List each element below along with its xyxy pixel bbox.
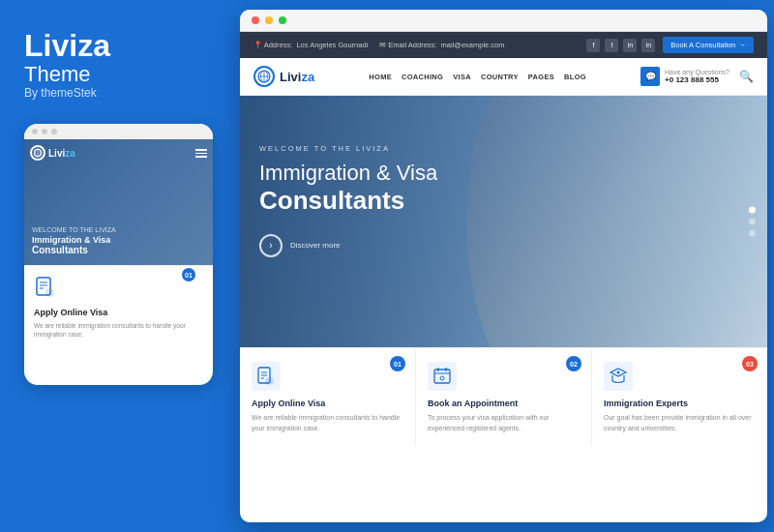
service-card-desc-3: Our goal has been provide immigration in… [604, 413, 756, 433]
book-consultation-arrow: → [739, 41, 747, 49]
search-icon[interactable]: 🔍 [739, 70, 754, 83]
browser-dot-red[interactable] [252, 16, 259, 24]
mobile-hero-title: Immigration & Visa [32, 235, 116, 246]
phone-icon: 💬 [640, 67, 660, 86]
mobile-card-icon [34, 276, 203, 303]
hero-radio-dot-2[interactable] [749, 219, 756, 225]
book-consultation-button[interactable]: Book A Consultation → [663, 37, 754, 53]
desktop-mockup: 📍 Address: Los Angeles Gournadi ✉ Email … [240, 10, 767, 522]
nav-contact-phone: +0 123 888 555 [665, 75, 729, 84]
mobile-service-card: 01 Apply Online Visa We are reliable imm… [24, 265, 213, 348]
hero-radio-dot-3[interactable] [749, 230, 756, 237]
mobile-card-inner: 01 Apply Online Visa We are reliable imm… [34, 276, 203, 339]
topbar-email: ✉ Email Address: mail@example.com [379, 41, 504, 49]
service-card-title-2: Book an Appointment [428, 399, 580, 408]
facebook-icon[interactable]: f [586, 39, 600, 52]
topbar-right: f t in in Book A Consultation → [586, 37, 754, 53]
linkedin-icon[interactable]: in [623, 39, 637, 52]
mobile-mockup: Liviza WELCOME TO THE LIVIZA Immigration… [24, 124, 213, 385]
nav-contact: 💬 Have any Questions? +0 123 888 555 [640, 67, 729, 86]
mobile-card-title: Apply Online Visa [34, 308, 203, 317]
mobile-hero: Liviza WELCOME TO THE LIVIZA Immigration… [24, 139, 213, 265]
service-card-badge-1: 01 [390, 356, 405, 371]
mobile-hero-text: WELCOME TO THE LIVIZA Immigration & Visa… [32, 226, 116, 256]
nav-link-blog[interactable]: BLOG [564, 73, 586, 81]
hero-discover-text: Discover more [290, 241, 341, 250]
nav-link-visa[interactable]: VISA [453, 73, 471, 81]
book-consultation-label: Book A Consultation [670, 41, 735, 49]
service-card-2: 02 Book an Appointment To process your v… [416, 348, 592, 445]
location-icon: 📍 [253, 41, 262, 49]
hero-discover: › Discover more [259, 234, 437, 257]
hero-content: WELCOME TO THE LIVIZA Immigration & Visa… [259, 144, 437, 257]
topbar-email-value: mail@example.com [441, 41, 505, 49]
topbar-email-label: Email Address: [388, 41, 436, 49]
nav-logo-text: Liviza [280, 70, 314, 84]
svg-point-21 [440, 376, 444, 380]
mobile-card-desc: We are reliable immigration consultants … [34, 321, 203, 339]
topbar-social: f t in in [586, 39, 655, 52]
mobile-logo-text: Liviza [48, 148, 75, 159]
mobile-logo: Liviza [30, 145, 75, 161]
hero-radio-nav [749, 207, 756, 237]
nav-link-country[interactable]: COUNTRY [481, 73, 519, 81]
hero-title: Immigration & Visa Consultants [259, 161, 437, 217]
linkedin-icon-2[interactable]: in [641, 39, 655, 52]
browser-chrome [240, 10, 767, 32]
mobile-chrome [24, 124, 213, 139]
brand-by: By themeStek [24, 86, 208, 100]
mobile-dot-3 [51, 129, 57, 134]
brand-name: Liviza Theme By themeStek [24, 29, 208, 100]
service-cards: 01 Apply Online Visa We are reliable imm… [240, 347, 767, 445]
service-card-badge-2: 02 [566, 356, 581, 371]
service-card-desc-1: We are reliable immigration consultants … [252, 413, 403, 433]
topbar-address-value: Los Angeles Gournadi [296, 41, 368, 49]
topbar-left: 📍 Address: Los Angeles Gournadi ✉ Email … [253, 41, 505, 49]
service-card-icon-2 [428, 362, 457, 391]
nav-logo[interactable]: Liviza [253, 66, 314, 87]
service-card-title-3: Immigration Experts [604, 399, 756, 408]
email-icon: ✉ [379, 41, 386, 49]
mobile-dot-2 [42, 129, 47, 134]
brand-subtitle: Theme [24, 63, 208, 86]
mobile-nav: Liviza [30, 145, 207, 161]
svg-rect-16 [266, 378, 273, 384]
service-card-3: 03 Immigration Experts Our goal has been… [592, 348, 767, 445]
brand-title: Liviza [24, 29, 208, 63]
navbar: Liviza HOME COACHING VISA COUNTRY PAGES … [240, 58, 767, 96]
hero-title-line1: Immigration & Visa [259, 161, 437, 185]
left-panel: Liviza Theme By themeStek [0, 0, 232, 532]
hero-discover-button[interactable]: › [259, 234, 283, 257]
nav-link-home[interactable]: HOME [369, 73, 392, 81]
nav-right: 💬 Have any Questions? +0 123 888 555 🔍 [640, 67, 754, 86]
topbar-address-label: Address: [264, 41, 293, 49]
browser-dot-green[interactable] [279, 16, 286, 24]
service-card-title-1: Apply Online Visa [252, 399, 403, 408]
mobile-welcome-text: WELCOME TO THE LIVIZA [32, 226, 116, 233]
service-card-1: 01 Apply Online Visa We are reliable imm… [240, 348, 416, 445]
svg-rect-7 [45, 289, 53, 296]
service-card-badge-3: 03 [742, 356, 758, 371]
mobile-dot-1 [32, 129, 38, 134]
topbar: 📍 Address: Los Angeles Gournadi ✉ Email … [240, 32, 767, 58]
svg-point-22 [617, 371, 620, 374]
service-card-icon-3 [604, 362, 633, 391]
hero-title-line2: Consultants [259, 186, 437, 216]
mobile-logo-globe-icon [30, 145, 45, 161]
nav-logo-globe-icon [253, 66, 275, 87]
hero-section: WELCOME TO THE LIVIZA Immigration & Visa… [240, 96, 767, 347]
browser-dot-yellow[interactable] [265, 16, 273, 24]
nav-links: HOME COACHING VISA COUNTRY PAGES BLOG [369, 73, 586, 81]
mobile-hamburger-icon[interactable] [195, 149, 207, 158]
nav-link-coaching[interactable]: COACHING [402, 73, 443, 81]
service-card-icon-1 [252, 362, 281, 391]
topbar-location: 📍 Address: Los Angeles Gournadi [253, 41, 368, 49]
hero-welcome-text: WELCOME TO THE LIVIZA [259, 144, 437, 153]
nav-contact-question: Have any Questions? [665, 69, 729, 75]
nav-link-pages[interactable]: PAGES [528, 73, 554, 81]
service-card-desc-2: To process your visa application with ou… [428, 413, 580, 433]
mobile-hero-subtitle: Consultants [32, 245, 116, 255]
hero-radio-dot-1[interactable] [749, 207, 756, 214]
twitter-icon[interactable]: t [605, 39, 618, 52]
